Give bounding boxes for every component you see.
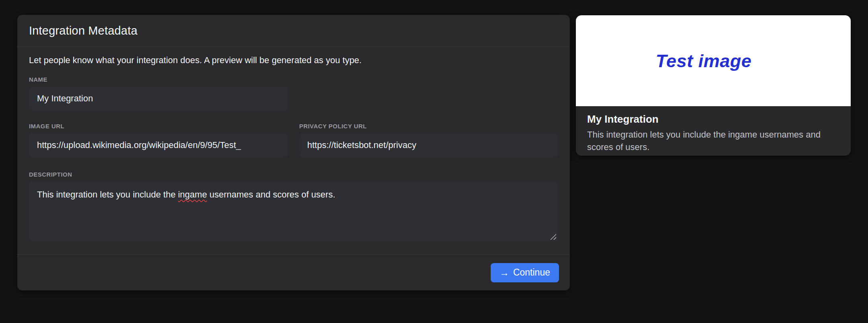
integration-metadata-card: Integration Metadata Let people know wha… bbox=[17, 15, 570, 290]
preview-title: My Integration bbox=[587, 113, 839, 125]
privacy-policy-url-label: PRIVACY POLICY URL bbox=[299, 123, 559, 130]
continue-button-label: Continue bbox=[513, 267, 550, 278]
image-url-input[interactable] bbox=[29, 133, 288, 157]
card-header: Integration Metadata bbox=[17, 15, 570, 47]
preview-image-text: Test image bbox=[656, 51, 751, 72]
misspelled-word: ingame bbox=[178, 189, 207, 200]
page-title: Integration Metadata bbox=[29, 24, 137, 37]
description-textarea[interactable]: This integration lets you include the in… bbox=[29, 181, 558, 242]
form-subtitle: Let people know what your integration do… bbox=[29, 55, 558, 66]
card-footer: → Continue bbox=[17, 254, 570, 290]
image-url-field-group: IMAGE URL bbox=[29, 123, 288, 157]
textarea-resize-handle[interactable] bbox=[550, 234, 556, 240]
privacy-policy-url-input[interactable] bbox=[299, 133, 559, 157]
description-label: DESCRIPTION bbox=[29, 171, 558, 178]
continue-button[interactable]: → Continue bbox=[491, 263, 559, 282]
integration-preview-card: Test image My Integration This integrati… bbox=[576, 15, 851, 156]
preview-description: This integration lets you include the in… bbox=[587, 128, 839, 153]
name-field-group: NAME bbox=[29, 76, 558, 111]
arrow-right-icon: → bbox=[500, 268, 509, 278]
privacy-policy-field-group: PRIVACY POLICY URL bbox=[299, 123, 559, 157]
url-fields-row: IMAGE URL PRIVACY POLICY URL bbox=[29, 123, 558, 157]
description-field-group: DESCRIPTION This integration lets you in… bbox=[29, 171, 558, 242]
image-url-label: IMAGE URL bbox=[29, 123, 288, 130]
description-text-before: This integration lets you include the bbox=[37, 189, 178, 200]
preview-image: Test image bbox=[576, 15, 851, 106]
name-input[interactable] bbox=[29, 86, 288, 111]
card-body: Let people know what your integration do… bbox=[17, 47, 570, 254]
description-text-after: usernames and scores of users. bbox=[207, 189, 335, 200]
preview-info: My Integration This integration lets you… bbox=[576, 106, 851, 156]
name-label: NAME bbox=[29, 76, 558, 83]
